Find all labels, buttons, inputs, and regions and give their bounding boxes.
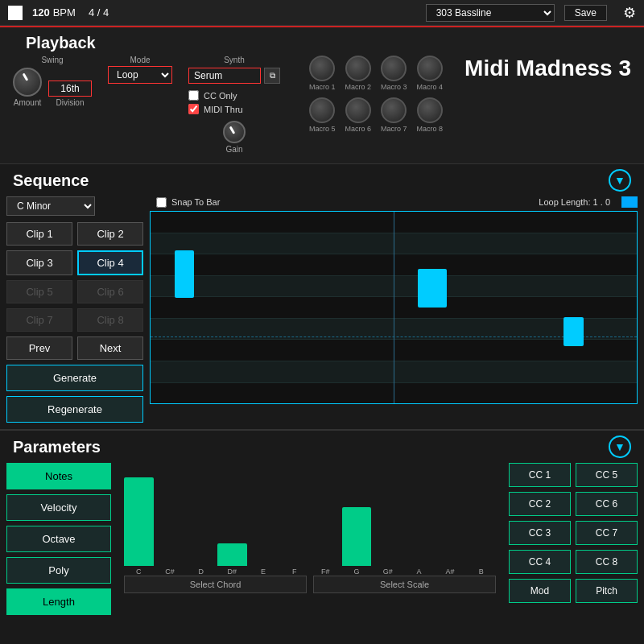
clip-6-button[interactable]: Clip 6 <box>77 280 143 303</box>
select-chord-button[interactable]: Select Chord <box>124 576 307 593</box>
scale-select[interactable]: C Minor <box>6 196 95 216</box>
sequence-download-icon[interactable]: ▼ <box>609 169 631 192</box>
bar-col-C#[interactable]: C# <box>155 566 185 576</box>
bar-col-D[interactable]: D <box>186 566 216 576</box>
clip-8-button[interactable]: Clip 8 <box>77 308 143 332</box>
macro-2: Macro 2 <box>345 56 372 91</box>
cc-5-button[interactable]: CC 5 <box>576 463 638 487</box>
swing-division-input[interactable]: 16th <box>48 80 92 97</box>
macro-3-knob[interactable] <box>381 56 407 81</box>
bar-label-A#: A# <box>446 568 455 576</box>
cc-7-button[interactable]: CC 7 <box>576 521 638 545</box>
app-title: Midi Madness 3 <box>464 56 631 81</box>
macro-8-knob[interactable] <box>417 97 443 123</box>
clip-3-button[interactable]: Clip 3 <box>6 250 72 275</box>
macro-1-label: Macro 1 <box>309 83 336 91</box>
clip-2-button[interactable]: Clip 2 <box>77 222 143 246</box>
cc-3-button[interactable]: CC 3 <box>509 521 571 545</box>
param-poly-button[interactable]: Poly <box>6 557 111 584</box>
cc-grid: CC 1 CC 5 CC 2 CC 6 CC 3 CC 7 CC 4 CC 8 <box>509 463 638 574</box>
stop-button[interactable] <box>8 6 23 20</box>
scale-row: C Minor <box>6 196 143 216</box>
select-scale-button[interactable]: Select Scale <box>313 576 496 593</box>
bar-col-E[interactable]: E <box>249 566 279 576</box>
gain-knob[interactable] <box>223 121 246 143</box>
clip-1-button[interactable]: Clip 1 <box>6 222 72 246</box>
param-octave-button[interactable]: Octave <box>6 526 111 552</box>
regenerate-button[interactable]: Regenerate <box>6 396 143 423</box>
bar-col-A[interactable]: A <box>404 566 434 576</box>
piano-roll-container: Snap To Bar Loop Length: 1 . 0 <box>150 196 638 423</box>
generate-button[interactable]: Generate <box>6 365 143 391</box>
macro-7: Macro 7 <box>381 97 407 133</box>
bar-label-D#: D# <box>228 568 237 576</box>
param-velocity-button[interactable]: Velocity <box>6 494 111 521</box>
synth-icon[interactable]: ⧉ <box>264 68 280 84</box>
macro-4: Macro 4 <box>417 56 444 91</box>
param-notes-button[interactable]: Notes <box>6 463 111 489</box>
cc-8-button[interactable]: CC 8 <box>576 550 638 574</box>
bar-col-G[interactable]: G <box>342 507 372 576</box>
bpm-label: BPM <box>53 6 76 19</box>
parameters-title: Parameters <box>13 438 101 456</box>
macro-6: Macro 6 <box>345 97 372 133</box>
settings-button[interactable]: ⚙ <box>623 4 636 22</box>
bar-col-C[interactable]: C <box>124 477 154 576</box>
midi-thru-checkbox[interactable] <box>188 104 199 114</box>
save-button[interactable]: Save <box>564 5 607 21</box>
prev-button[interactable]: Prev <box>6 336 72 360</box>
bar-label-F#: F# <box>321 568 330 576</box>
macro-3: Macro 3 <box>381 56 407 91</box>
bar-col-G#[interactable]: G# <box>373 566 402 576</box>
cc-only-label: CC Only <box>204 91 237 101</box>
cc-6-button[interactable]: CC 6 <box>576 492 638 516</box>
parameters-download-icon[interactable]: ▼ <box>609 436 631 458</box>
macro-7-knob[interactable] <box>381 97 407 123</box>
mode-label: Mode <box>108 56 172 64</box>
parameters-section: Parameters ▼ Notes Velocity Octave Poly … <box>0 429 644 621</box>
macro-6-label: Macro 6 <box>345 125 372 133</box>
bpm-display: 120 BPM <box>32 6 76 19</box>
preset-select[interactable]: 303 Bassline <box>426 4 555 22</box>
snap-to-bar-checkbox[interactable] <box>156 197 167 208</box>
clip-7-button[interactable]: Clip 7 <box>6 308 72 332</box>
macro-2-knob[interactable] <box>345 56 371 81</box>
clip-5-button[interactable]: Clip 5 <box>6 280 72 303</box>
macro-3-label: Macro 3 <box>381 83 407 91</box>
macro-4-knob[interactable] <box>417 56 443 81</box>
bar-col-D#[interactable]: D# <box>217 543 247 576</box>
cc-section: CC 1 CC 5 CC 2 CC 6 CC 3 CC 7 CC 4 CC 8 … <box>509 463 638 615</box>
clip-4-button[interactable]: Clip 4 <box>77 250 143 275</box>
cc-1-button[interactable]: CC 1 <box>509 463 571 487</box>
division-label: Division <box>56 98 84 107</box>
sequence-title-bar: Sequence ▼ <box>0 163 644 196</box>
sequence-section: Sequence ▼ C Minor Clip 1 Clip 2 Clip 3 … <box>0 163 644 429</box>
cc-only-checkbox[interactable] <box>188 90 199 101</box>
macros-grid: Macro 1 Macro 2 Macro 3 Macro 4 Macro 5 … <box>309 56 443 133</box>
bar-col-B[interactable]: B <box>466 566 496 576</box>
playback-title: Playback <box>13 27 631 56</box>
mod-button[interactable]: Mod <box>509 579 571 603</box>
bar-col-A#[interactable]: A# <box>436 566 465 576</box>
swing-knob[interactable] <box>13 68 42 97</box>
macro-6-knob[interactable] <box>345 97 371 123</box>
bar-col-F#[interactable]: F# <box>311 566 341 576</box>
bar-col-F[interactable]: F <box>279 566 309 576</box>
note-block <box>564 317 583 346</box>
cc-2-button[interactable]: CC 2 <box>509 492 571 516</box>
piano-roll[interactable] <box>150 211 638 404</box>
next-button[interactable]: Next <box>77 336 143 360</box>
mode-select[interactable]: Loop <box>108 66 172 84</box>
macro-5-knob[interactable] <box>309 97 335 123</box>
pitch-button[interactable]: Pitch <box>576 579 638 603</box>
snap-bar-row: Snap To Bar <box>156 197 516 208</box>
cc-4-button[interactable]: CC 4 <box>509 550 571 574</box>
note-block <box>418 269 447 308</box>
mode-group: Mode Loop <box>108 56 172 84</box>
bar-label-C#: C# <box>165 568 175 576</box>
mod-pitch-row: Mod Pitch <box>509 579 638 603</box>
macro-1-knob[interactable] <box>309 56 335 81</box>
param-length-button[interactable]: Length <box>6 588 111 615</box>
synth-input[interactable] <box>188 68 261 84</box>
params-body: Notes Velocity Octave Poly Length CC#DD#… <box>0 463 644 621</box>
